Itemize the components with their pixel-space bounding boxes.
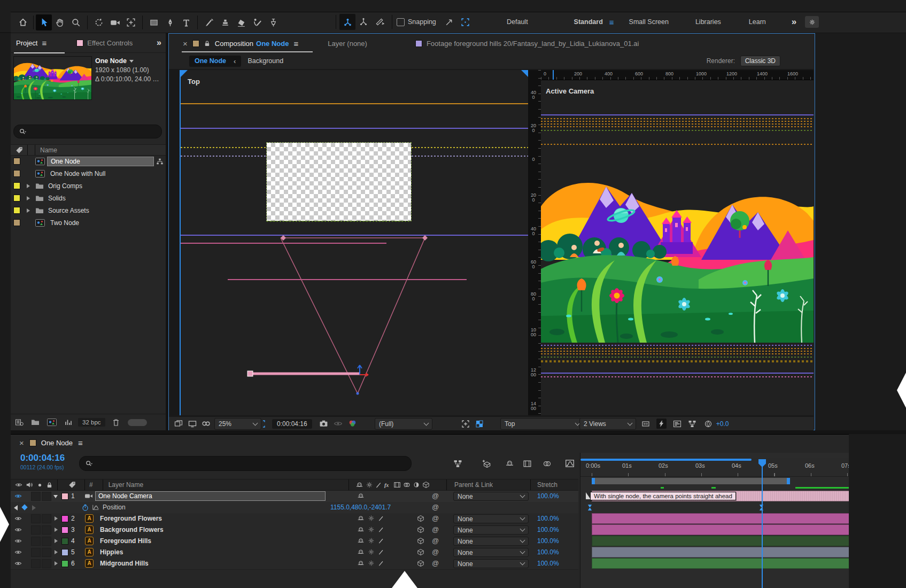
timeline-search-input[interactable] (79, 456, 412, 471)
property-row-position[interactable]: Position 1155.0,480.0,-2401.7 @ (11, 502, 578, 514)
layer-label-swatch[interactable] (61, 549, 68, 556)
breadcrumb-parent[interactable]: Background (247, 57, 283, 65)
pickwhip-icon[interactable]: @ (432, 537, 439, 545)
switch-cell[interactable] (42, 514, 51, 523)
shy-switch[interactable] (357, 548, 365, 556)
monitor-icon[interactable] (188, 420, 197, 428)
tab-layer[interactable]: Layer (none) (328, 40, 367, 48)
layer-row-one-node-camera[interactable]: 1 One Node Camera @ None 100.0% (11, 491, 578, 502)
exposure-value[interactable]: +0.0 (716, 420, 729, 428)
name-column-header[interactable]: Name (40, 146, 57, 154)
quality-switch[interactable] (378, 538, 384, 544)
active-camera-viewport[interactable]: 0 200 400 600 800 1000 1200 1400 1600 Ac… (541, 70, 814, 415)
panel-overflow-icon[interactable]: » (157, 38, 161, 48)
layer-label-swatch[interactable] (61, 527, 68, 533)
layer-row-midground-hills[interactable]: 6 A Midground Hills @ None 100.0% (11, 558, 578, 570)
midground-hills-bar[interactable] (592, 558, 849, 569)
switch-cell[interactable] (31, 537, 41, 546)
pixel-aspect-icon[interactable] (641, 420, 650, 428)
cube-3d-switch[interactable] (417, 548, 424, 556)
label-swatch[interactable] (13, 219, 20, 226)
views-count-dropdown[interactable]: 2 Views (579, 418, 636, 430)
snap-bounds-icon[interactable] (458, 14, 474, 30)
view-dropdown[interactable]: Top (500, 418, 584, 430)
view-layout-icon[interactable] (174, 420, 183, 428)
close-tab-icon[interactable]: × (19, 438, 24, 447)
collapse-switch[interactable] (368, 548, 375, 555)
cube-3d-switch[interactable] (417, 537, 424, 545)
property-graph-icon[interactable] (92, 504, 99, 511)
quality-switch[interactable] (378, 527, 384, 533)
stopwatch-icon[interactable] (81, 504, 89, 512)
fast-previews-icon[interactable] (656, 419, 667, 429)
bit-depth-icon[interactable] (64, 418, 73, 427)
time-ruler[interactable]: 0:00s 01s 02s 03s 04s 05s 06s 07s (580, 458, 849, 477)
shy-switch[interactable] (357, 515, 365, 522)
collapse-switch[interactable] (368, 537, 375, 544)
mini-flowchart-icon[interactable] (453, 459, 462, 468)
time-navigator[interactable] (580, 459, 752, 461)
tab-project[interactable]: Project (16, 39, 37, 47)
pickwhip-icon[interactable]: @ (432, 559, 439, 567)
renderer-button[interactable]: Classic 3D (740, 56, 780, 66)
hide-shy-layers-icon[interactable] (505, 459, 514, 468)
timeline-button-icon[interactable] (673, 420, 682, 428)
close-tab-icon[interactable]: × (183, 39, 188, 48)
interpret-footage-icon[interactable] (15, 418, 24, 427)
layer-name-column-header[interactable]: Layer Name (109, 481, 143, 489)
selection-tool[interactable] (36, 14, 52, 30)
effects-switch-icon[interactable] (384, 481, 392, 489)
tab-menu-icon[interactable]: ≡ (293, 39, 298, 48)
pickwhip-icon[interactable]: @ (432, 503, 439, 511)
keyframe-at-time-icon[interactable] (21, 504, 27, 510)
project-item-one-node[interactable]: One Node (11, 155, 166, 167)
parent-dropdown[interactable]: None (453, 514, 529, 523)
selected-item-name[interactable]: One Node (95, 57, 127, 66)
shy-switch[interactable] (357, 526, 365, 533)
panel-scroll-pill[interactable] (128, 419, 147, 426)
hippies-bar[interactable] (592, 547, 849, 558)
expand-layer-icon[interactable] (55, 561, 58, 566)
snap-arrow-icon[interactable] (442, 14, 458, 30)
transparency-grid-icon[interactable] (475, 420, 484, 428)
snapping-checkbox[interactable] (397, 18, 405, 26)
delete-icon[interactable] (112, 418, 120, 427)
quality-switch-icon[interactable] (375, 482, 382, 489)
magnification-dropdown[interactable]: 25% (214, 418, 261, 430)
stretch-value[interactable]: 100.0% (537, 515, 559, 522)
switch-cell[interactable] (42, 548, 51, 557)
layer-name[interactable]: Midground Hills (100, 560, 149, 567)
stretch-column-header[interactable]: Stretch (537, 481, 557, 489)
collapse-switch[interactable] (368, 526, 375, 533)
visibility-eye-icon[interactable] (14, 537, 22, 545)
project-item-orig-comps[interactable]: Orig Comps (11, 180, 166, 192)
brush-tool[interactable] (201, 14, 217, 30)
tab-footage[interactable]: Footage foreground hills 20/Fantasy_land… (427, 40, 639, 48)
project-item-one-node-with-null[interactable]: One Node with Null (11, 167, 166, 180)
label-swatch[interactable] (13, 158, 20, 165)
workspace-standard[interactable]: Standard (574, 18, 603, 26)
tab-composition-name[interactable]: One Node (256, 40, 289, 48)
pickwhip-icon[interactable]: @ (432, 548, 439, 556)
tab-composition-prefix[interactable]: Composition (215, 40, 253, 48)
prev-keyframe-icon[interactable] (14, 505, 18, 510)
workspace-settings-button[interactable] (805, 16, 819, 28)
expand-layer-icon[interactable] (55, 539, 58, 543)
target-region-icon[interactable] (461, 420, 470, 428)
clone-stamp-tool[interactable] (217, 14, 233, 30)
lock-icon[interactable] (204, 40, 211, 47)
layer-name[interactable]: Foreground Hills (100, 537, 151, 545)
switch-cell[interactable] (31, 492, 41, 501)
foreground-flowers-bar[interactable] (592, 513, 849, 524)
expand-layer-icon[interactable] (55, 550, 58, 554)
collapse-switch-icon[interactable] (366, 481, 373, 489)
visibility-eye-icon[interactable] (14, 526, 22, 533)
pickwhip-icon[interactable]: @ (432, 514, 439, 522)
label-swatch[interactable] (13, 207, 20, 214)
bit-depth-label[interactable]: 32 bpc (78, 418, 105, 427)
panel-divider[interactable] (11, 430, 849, 434)
layer-row-foreground-hills[interactable]: 4 A Foreground Hills @ None 100.0% (11, 536, 578, 547)
cube-3d-switch-icon[interactable] (422, 481, 430, 489)
project-tab-menu-icon[interactable]: ≡ (42, 38, 47, 48)
pen-tool[interactable] (162, 14, 178, 30)
